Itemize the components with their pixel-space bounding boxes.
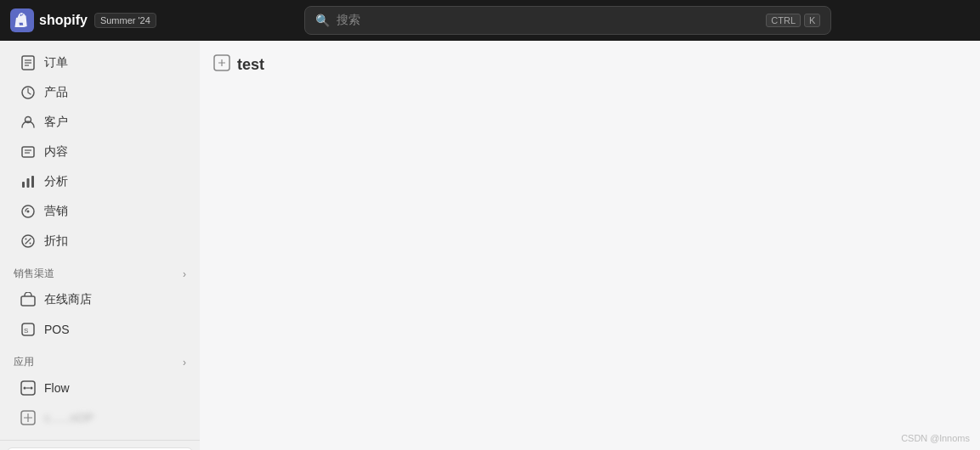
orders-icon <box>20 55 36 70</box>
sidebar-item-pos[interactable]: S POS <box>7 315 193 344</box>
online-store-icon <box>20 292 36 307</box>
products-icon <box>20 85 36 100</box>
ctrl-key: CTRL <box>766 14 801 27</box>
apps-chevron: › <box>183 357 186 368</box>
svg-rect-18 <box>21 296 35 306</box>
svg-point-23 <box>31 387 33 390</box>
footer-attribution: CSDN @lnnoms <box>901 433 970 443</box>
summer-badge: Summer '24 <box>94 13 156 28</box>
content-icon <box>20 144 36 160</box>
page-content-icon <box>213 54 230 75</box>
pos-label: POS <box>44 323 70 336</box>
search-bar[interactable]: 🔍 搜索 CTRL K <box>304 6 831 35</box>
page-title: test <box>237 56 264 74</box>
sidebar-bottom: test 📌 设置 <box>0 440 200 450</box>
flow-icon <box>20 380 36 396</box>
online-store-label: 在线商店 <box>44 292 92 307</box>
svg-rect-10 <box>22 182 25 188</box>
svg-point-22 <box>24 387 26 390</box>
svg-point-17 <box>30 243 31 245</box>
discounts-icon <box>20 233 36 249</box>
sidebar-item-discounts[interactable]: 折扣 <box>7 227 193 256</box>
sales-channels-label: 销售渠道 <box>14 267 54 281</box>
main-layout: 订单 产品 客户 内容 <box>0 41 980 450</box>
campaignop-icon <box>20 410 36 425</box>
sales-channels-header[interactable]: 销售渠道 › <box>0 256 200 284</box>
sidebar-item-products[interactable]: 产品 <box>7 78 193 107</box>
sidebar-item-marketing[interactable]: 营销 <box>7 197 193 226</box>
search-icon: 🔍 <box>315 14 330 27</box>
flow-label: Flow <box>44 381 70 395</box>
sidebar: 订单 产品 客户 内容 <box>0 41 200 450</box>
marketing-icon <box>20 204 36 219</box>
customers-label: 客户 <box>44 115 68 130</box>
logo-area: shopify Summer '24 <box>10 8 156 32</box>
sidebar-nav: 订单 产品 客户 内容 <box>0 41 200 440</box>
sidebar-item-content[interactable]: 内容 <box>7 138 193 166</box>
shopify-logo[interactable]: shopify <box>10 8 88 32</box>
apps-header[interactable]: 应用 › <box>0 345 200 373</box>
svg-rect-12 <box>31 176 34 188</box>
svg-point-14 <box>27 211 30 213</box>
sidebar-item-flow[interactable]: Flow <box>7 374 193 402</box>
shopify-logo-text: shopify <box>39 13 88 28</box>
page-header: test <box>213 54 966 75</box>
analytics-label: 分析 <box>44 174 68 189</box>
apps-label: 应用 <box>14 355 34 369</box>
sales-channels-chevron: › <box>183 268 186 280</box>
sidebar-item-online-store[interactable]: 在线商店 <box>7 285 193 314</box>
sidebar-item-customers[interactable]: 客户 <box>7 108 193 137</box>
orders-label: 订单 <box>44 55 68 70</box>
sidebar-item-campaignop[interactable]: c......nOP <box>7 403 193 432</box>
svg-text:S: S <box>24 327 28 335</box>
svg-point-16 <box>25 239 27 240</box>
products-label: 产品 <box>44 85 68 100</box>
customers-icon <box>20 115 36 130</box>
k-key: K <box>804 14 820 27</box>
sidebar-item-analytics[interactable]: 分析 <box>7 167 193 196</box>
search-shortcut: CTRL K <box>766 14 820 27</box>
analytics-icon <box>20 174 36 189</box>
svg-rect-7 <box>22 147 34 157</box>
svg-rect-11 <box>27 178 30 188</box>
content-area: test <box>200 41 980 450</box>
sidebar-item-orders[interactable]: 订单 <box>7 48 193 77</box>
shopify-logo-icon <box>10 8 34 32</box>
topbar: shopify Summer '24 🔍 搜索 CTRL K <box>0 0 980 41</box>
marketing-label: 营销 <box>44 204 68 219</box>
search-placeholder: 搜索 <box>337 13 759 28</box>
content-label: 内容 <box>44 144 68 160</box>
pos-icon: S <box>20 322 36 337</box>
discounts-label: 折扣 <box>44 233 68 249</box>
campaignop-label: c......nOP <box>44 411 93 425</box>
